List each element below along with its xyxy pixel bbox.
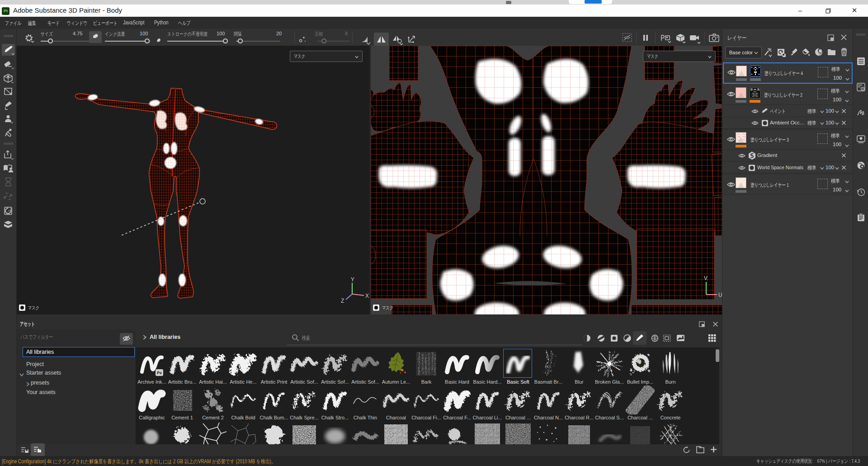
svg-text:Ps: Ps [157, 371, 162, 375]
svg-text:Z: Z [341, 298, 344, 304]
svg-text:V: V [704, 275, 708, 281]
svg-text:Y: Y [351, 276, 354, 283]
svg-text:U: U [718, 292, 722, 298]
svg-text:X: X [365, 293, 369, 299]
